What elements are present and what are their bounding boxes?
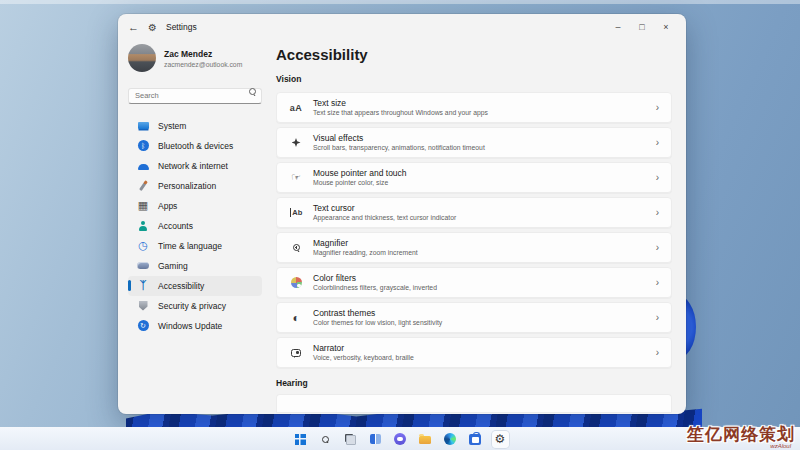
sidebar-item-system[interactable]: System — [128, 116, 262, 136]
taskbar-chat-button[interactable] — [392, 431, 409, 448]
sidebar-item-windows-update[interactable]: ↻ Windows Update — [128, 316, 262, 336]
window-controls: – □ × — [606, 14, 678, 40]
titlebar[interactable]: ← ⚙ Settings – □ × — [118, 14, 686, 40]
card-color-filters[interactable]: Color filters Colorblindness filters, gr… — [276, 267, 672, 298]
accounts-icon — [137, 220, 149, 232]
time-language-icon: ◷ — [137, 240, 149, 252]
sidebar-item-bluetooth-devices[interactable]: ᛒ Bluetooth & devices — [128, 136, 262, 156]
microsoft-store-icon — [469, 434, 481, 445]
card-title: Mouse pointer and touch — [313, 168, 656, 178]
section-label-hearing: Hearing — [276, 378, 672, 388]
settings-window: ← ⚙ Settings – □ × Zac Mendez zacmendez@… — [118, 14, 686, 414]
taskbar-edge-button[interactable] — [442, 431, 459, 448]
user-account[interactable]: Zac Mendez zacmendez@outlook.com — [128, 44, 262, 72]
card-subtitle: Color themes for low vision, light sensi… — [313, 319, 656, 327]
page-title: Accessibility — [276, 46, 672, 64]
chat-icon — [394, 433, 406, 445]
card-title: Magnifier — [313, 238, 656, 248]
sidebar-item-apps[interactable]: ▦ Apps — [128, 196, 262, 216]
chevron-right-icon: › — [656, 347, 659, 358]
search-box — [128, 84, 262, 104]
taskbar-settings-button[interactable]: ⚙ — [492, 431, 509, 448]
card-narrator[interactable]: Narrator Voice, verbosity, keyboard, bra… — [276, 337, 672, 368]
taskbar-task-view-button[interactable] — [342, 431, 359, 448]
card-subtitle: Magnifier reading, zoom increment — [313, 249, 656, 257]
vision-cards: aA Text size Text size that appears thro… — [276, 92, 672, 368]
accessibility-icon: ᛉ — [137, 280, 149, 292]
chevron-right-icon: › — [656, 137, 659, 148]
maximize-button[interactable]: □ — [630, 14, 654, 40]
card-subtitle: Colorblindness filters, grayscale, inver… — [313, 284, 656, 292]
text-cursor-icon: Ab — [289, 206, 303, 220]
taskbar: ⚙ — [0, 427, 800, 450]
minimize-button[interactable]: – — [606, 14, 630, 40]
apps-icon: ▦ — [137, 200, 149, 212]
search-input[interactable] — [128, 88, 262, 104]
edge-icon — [444, 433, 456, 445]
gaming-icon — [137, 260, 149, 272]
personalization-icon — [137, 180, 149, 192]
system-icon — [137, 120, 149, 132]
task-view-icon — [345, 434, 356, 445]
sidebar-item-time-language[interactable]: ◷ Time & language — [128, 236, 262, 256]
color-filters-icon — [289, 276, 303, 290]
narrator-icon — [289, 346, 303, 360]
desktop: ← ⚙ Settings – □ × Zac Mendez zacmendez@… — [0, 0, 800, 450]
text-size-icon: aA — [289, 101, 303, 115]
contrast-themes-icon: ◐ — [289, 311, 303, 325]
chevron-right-icon: › — [656, 207, 659, 218]
watermark-text: 笙亿网络策划 — [687, 425, 795, 444]
card-title: Visual effects — [313, 133, 656, 143]
card-text-cursor[interactable]: Ab Text cursor Appearance and thickness,… — [276, 197, 672, 228]
window-title: Settings — [166, 22, 197, 32]
visual-effects-icon — [289, 136, 303, 150]
file-explorer-icon — [419, 436, 431, 445]
card-subtitle: Voice, verbosity, keyboard, braille — [313, 354, 656, 362]
card-title: Color filters — [313, 273, 656, 283]
magnifier-icon — [289, 241, 303, 255]
card-contrast-themes[interactable]: ◐ Contrast themes Color themes for low v… — [276, 302, 672, 333]
card-title: Narrator — [313, 343, 656, 353]
widgets-icon — [370, 434, 381, 444]
sidebar-item-accounts[interactable]: Accounts — [128, 216, 262, 236]
search-icon — [249, 88, 256, 95]
user-email: zacmendez@outlook.com — [164, 61, 242, 68]
chevron-right-icon: › — [656, 102, 659, 113]
user-name: Zac Mendez — [164, 49, 242, 59]
main-content: Accessibility Vision aA Text size Text s… — [270, 40, 686, 414]
card-mouse-pointer-touch[interactable]: ☞ Mouse pointer and touch Mouse pointer … — [276, 162, 672, 193]
card-magnifier[interactable]: Magnifier Magnifier reading, zoom increm… — [276, 232, 672, 263]
back-button[interactable]: ← — [128, 21, 139, 33]
sidebar-item-gaming[interactable]: Gaming — [128, 256, 262, 276]
close-button[interactable]: × — [654, 14, 678, 40]
avatar — [128, 44, 156, 72]
card-subtitle: Text size that appears throughout Window… — [313, 109, 656, 117]
card-title: Text size — [313, 98, 656, 108]
chevron-right-icon: › — [656, 277, 659, 288]
card-subtitle: Scroll bars, transparency, animations, n… — [313, 144, 656, 152]
sidebar-item-personalization[interactable]: Personalization — [128, 176, 262, 196]
card-visual-effects[interactable]: Visual effects Scroll bars, transparency… — [276, 127, 672, 158]
windows-logo-icon — [295, 434, 306, 445]
sidebar-item-security-privacy[interactable]: Security & privacy — [128, 296, 262, 316]
taskbar-widgets-button[interactable] — [367, 431, 384, 448]
windows-update-icon: ↻ — [137, 320, 149, 332]
bluetooth-icon: ᛒ — [137, 140, 149, 152]
section-label-vision: Vision — [276, 74, 672, 84]
sidebar-item-accessibility[interactable]: ᛉ Accessibility — [128, 276, 262, 296]
chevron-right-icon: › — [656, 242, 659, 253]
settings-gear-icon: ⚙ — [495, 433, 506, 445]
chevron-right-icon: › — [656, 172, 659, 183]
taskbar-store-button[interactable] — [467, 431, 484, 448]
taskbar-start-button[interactable] — [292, 431, 309, 448]
watermark: 笙亿网络策划 wzAloul — [687, 423, 795, 449]
card-subtitle: Mouse pointer color, size — [313, 179, 656, 187]
mouse-pointer-icon: ☞ — [289, 171, 303, 185]
taskbar-file-explorer-button[interactable] — [417, 431, 434, 448]
card-text-size[interactable]: aA Text size Text size that appears thro… — [276, 92, 672, 123]
card-partial-hearing[interactable] — [276, 394, 672, 412]
chevron-right-icon: › — [656, 312, 659, 323]
taskbar-search-button[interactable] — [317, 431, 334, 448]
sidebar-item-network-internet[interactable]: Network & internet — [128, 156, 262, 176]
sidebar: Zac Mendez zacmendez@outlook.com System … — [118, 40, 270, 414]
